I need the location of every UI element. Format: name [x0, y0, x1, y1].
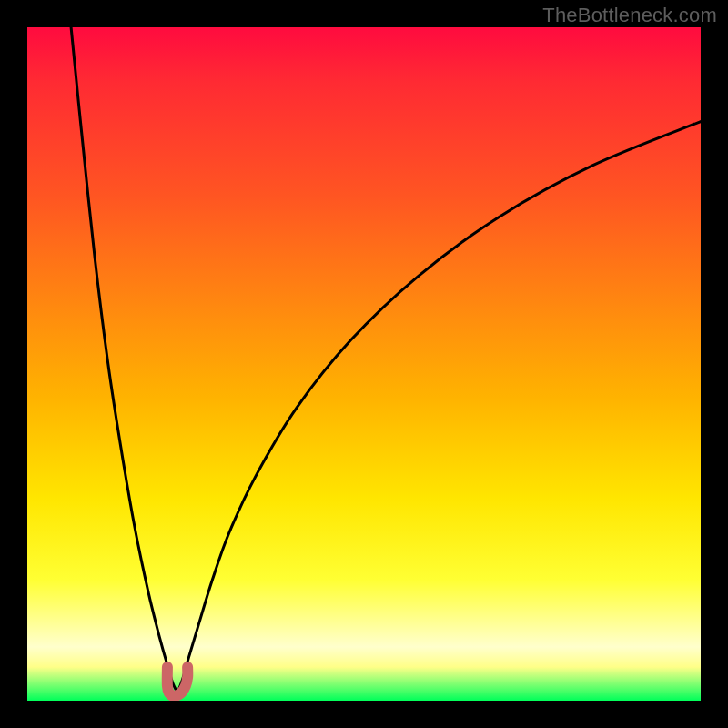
chart-frame: TheBottleneck.com [0, 0, 728, 728]
watermark-label: TheBottleneck.com [542, 4, 717, 27]
curve-right [177, 122, 701, 693]
curve-left [71, 27, 177, 693]
curves-svg [27, 27, 701, 701]
plot-area [27, 27, 701, 701]
optimal-u-marker [167, 667, 188, 696]
